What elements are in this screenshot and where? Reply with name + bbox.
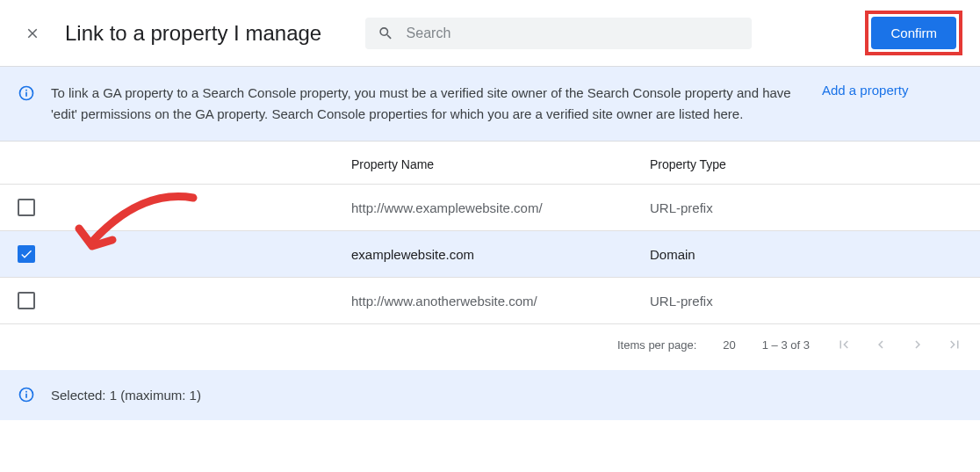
checkmark-icon bbox=[19, 247, 33, 261]
property-type-cell: Domain bbox=[650, 247, 695, 262]
search-input[interactable] bbox=[407, 25, 740, 41]
close-icon bbox=[25, 25, 40, 41]
row-checkbox[interactable] bbox=[18, 292, 35, 309]
selection-count-text: Selected: 1 (maximum: 1) bbox=[51, 388, 201, 403]
prev-page-button[interactable] bbox=[873, 337, 889, 352]
add-property-link[interactable]: Add a property bbox=[822, 83, 908, 98]
items-per-page-value[interactable]: 20 bbox=[723, 338, 735, 352]
svg-rect-1 bbox=[25, 92, 27, 97]
info-banner: To link a GA property to a Search Consol… bbox=[0, 66, 980, 142]
info-icon bbox=[18, 386, 35, 406]
property-name-cell: http://www.examplewebsite.com/ bbox=[351, 200, 650, 215]
dialog-header: Link to a property I manage Confirm bbox=[0, 0, 980, 66]
last-page-button[interactable] bbox=[947, 337, 962, 352]
table-row[interactable]: http://www.examplewebsite.com/ URL-prefi… bbox=[0, 185, 980, 231]
svg-rect-2 bbox=[25, 90, 27, 91]
dialog-title: Link to a property I manage bbox=[65, 21, 321, 46]
first-page-icon bbox=[836, 337, 852, 352]
column-property-name: Property Name bbox=[351, 157, 650, 171]
property-type-cell: URL-prefix bbox=[650, 200, 713, 215]
row-checkbox[interactable] bbox=[18, 245, 35, 263]
selection-footer: Selected: 1 (maximum: 1) bbox=[0, 370, 980, 420]
chevron-right-icon bbox=[910, 337, 926, 352]
first-page-button[interactable] bbox=[836, 337, 852, 352]
column-property-type: Property Type bbox=[650, 157, 726, 171]
table-row[interactable]: http://www.anotherwebsite.com/ URL-prefi… bbox=[0, 278, 980, 324]
search-box[interactable] bbox=[365, 18, 752, 49]
close-button[interactable] bbox=[18, 18, 47, 48]
svg-rect-5 bbox=[25, 391, 27, 393]
items-per-page-label: Items per page: bbox=[617, 338, 696, 352]
property-name-cell: examplewebsite.com bbox=[351, 247, 650, 262]
table-header: Property Name Property Type bbox=[0, 145, 980, 185]
row-checkbox[interactable] bbox=[18, 199, 35, 216]
search-icon bbox=[378, 25, 393, 42]
confirm-button[interactable]: Confirm bbox=[871, 17, 956, 49]
pagination-range: 1 – 3 of 3 bbox=[762, 338, 810, 352]
info-text: To link a GA property to a Search Consol… bbox=[51, 83, 806, 125]
last-page-icon bbox=[947, 337, 962, 352]
table-row[interactable]: examplewebsite.com Domain bbox=[0, 231, 980, 278]
property-name-cell: http://www.anotherwebsite.com/ bbox=[351, 294, 650, 309]
chevron-left-icon bbox=[873, 337, 889, 352]
property-table: Property Name Property Type http://www.e… bbox=[0, 145, 980, 324]
pagination: Items per page: 20 1 – 3 of 3 bbox=[0, 324, 980, 365]
next-page-button[interactable] bbox=[910, 337, 926, 352]
confirm-highlight: Confirm bbox=[865, 11, 962, 55]
svg-rect-4 bbox=[25, 394, 27, 398]
info-icon bbox=[18, 84, 35, 105]
property-type-cell: URL-prefix bbox=[650, 294, 713, 309]
